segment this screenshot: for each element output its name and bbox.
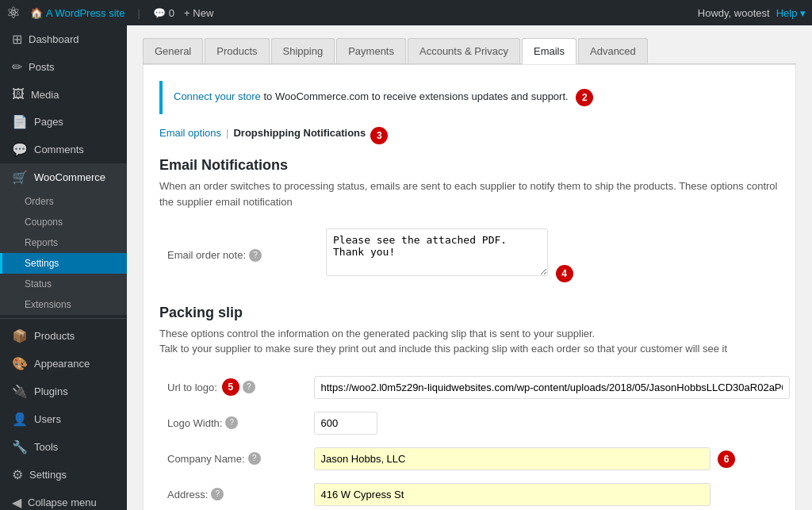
sidebar-item-extensions[interactable]: Extensions (0, 294, 127, 315)
sidebar-item-label: Collapse menu (28, 497, 97, 508)
sub-nav-email-options[interactable]: Email options (159, 127, 221, 144)
sidebar-item-label: Products (34, 330, 75, 342)
wp-layout: ⊞ Dashboard ✏ Posts 🖼 Media 📄 Pages 💬 Co… (0, 25, 812, 510)
new-content-button[interactable]: + New (184, 7, 213, 19)
sidebar-item-label: Pages (34, 116, 63, 128)
woo-submenu: Orders Coupons Reports Settings Status E… (0, 191, 127, 315)
sidebar-item-label: Tools (34, 441, 58, 453)
email-order-note-label: Email order note: ? (159, 222, 318, 289)
connect-notice: Connect your store to WooCommerce.com to… (159, 81, 779, 114)
woocommerce-icon: 🛒 (12, 170, 28, 185)
sidebar-item-label: Dashboard (29, 33, 79, 45)
company-name-tip[interactable]: ? (248, 452, 261, 465)
wp-logo-icon: ⚛ (6, 3, 21, 22)
sidebar-item-label: Users (34, 413, 61, 425)
url-to-logo-tip[interactable]: ? (243, 381, 255, 393)
sidebar-item-label: Settings (29, 469, 67, 481)
sidebar-item-status[interactable]: Status (0, 274, 127, 294)
sidebar-item-products[interactable]: 📦 Products (0, 322, 127, 350)
email-order-note-input[interactable]: Please see the attached PDF. Thank you! (326, 228, 548, 276)
help-button[interactable]: Help ▾ (776, 7, 806, 19)
status-label: Status (25, 278, 52, 290)
sidebar-item-comments[interactable]: 💬 Comments (0, 136, 127, 163)
connect-link[interactable]: Connect your store (174, 90, 261, 102)
sidebar-item-label: Comments (34, 144, 84, 155)
media-icon: 🖼 (12, 87, 25, 102)
badge-6: 6 (718, 451, 735, 468)
sidebar-item-tools[interactable]: 🔧 Tools (0, 433, 127, 461)
sidebar: ⊞ Dashboard ✏ Posts 🖼 Media 📄 Pages 💬 Co… (0, 25, 127, 510)
email-notifications-title: Email Notifications (159, 157, 779, 174)
sub-nav-badge: 3 (370, 127, 388, 144)
plugins-icon: 🔌 (12, 384, 28, 399)
tab-accounts-privacy[interactable]: Accounts & Privacy (408, 38, 520, 63)
url-to-logo-input[interactable] (314, 376, 790, 399)
logo-width-input[interactable] (314, 412, 377, 435)
settings-panel: Connect your store to WooCommerce.com to… (143, 64, 796, 510)
email-order-note-tip[interactable]: ? (249, 249, 262, 262)
sidebar-item-reports[interactable]: Reports (0, 232, 127, 253)
admin-bar-right: Howdy, wootest Help ▾ (698, 7, 806, 19)
orders-label: Orders (25, 196, 54, 207)
company-name-input[interactable] (314, 447, 710, 470)
products-icon: 📦 (12, 328, 28, 343)
tab-advanced[interactable]: Advanced (578, 38, 648, 63)
tab-emails[interactable]: Emails (522, 38, 576, 64)
tools-icon: 🔧 (12, 439, 28, 454)
address-input[interactable] (314, 483, 710, 506)
sidebar-item-appearance[interactable]: 🎨 Appearance (0, 350, 127, 378)
notice-text: to WooCommerce.com to receive extensions… (263, 90, 568, 102)
url-to-logo-label: Url to logo: 5 ? (159, 370, 306, 405)
sidebar-item-users[interactable]: 👤 Users (0, 405, 127, 433)
settings-tabs: General Products Shipping Payments Accou… (143, 38, 796, 64)
comment-count[interactable]: 💬 0 (153, 7, 174, 19)
sidebar-item-pages[interactable]: 📄 Pages (0, 108, 127, 136)
sidebar-item-coupons[interactable]: Coupons (0, 212, 127, 232)
site-name[interactable]: 🏠 A WordPress site (30, 7, 124, 19)
reports-label: Reports (25, 237, 58, 248)
url-to-logo-row: Url to logo: 5 ? (159, 370, 798, 405)
logo-width-label: Logo Width: ? (159, 405, 306, 441)
email-notifications-desc: When an order switches to processing sta… (159, 178, 779, 209)
tab-shipping[interactable]: Shipping (271, 38, 335, 63)
main-content: General Products Shipping Payments Accou… (127, 25, 812, 510)
sub-nav: Email options | Dropshipping Notificatio… (159, 127, 779, 144)
sidebar-item-plugins[interactable]: 🔌 Plugins (0, 378, 127, 405)
users-icon: 👤 (12, 412, 28, 427)
sidebar-item-posts[interactable]: ✏ Posts (0, 53, 127, 81)
sidebar-item-dashboard[interactable]: ⊞ Dashboard (0, 25, 127, 53)
tab-products[interactable]: Products (205, 38, 269, 63)
appearance-icon: 🎨 (12, 356, 28, 371)
sidebar-item-orders[interactable]: Orders (0, 191, 127, 212)
email-form-table: Email order note: ? Please see the attac… (159, 222, 779, 289)
badge-5: 5 (222, 378, 239, 396)
sidebar-item-woocommerce[interactable]: 🛒 WooCommerce (0, 163, 127, 191)
email-badge-4: 4 (556, 265, 573, 282)
pages-icon: 📄 (12, 114, 28, 129)
sidebar-item-media[interactable]: 🖼 Media (0, 81, 127, 108)
company-name-label: Company Name: ? (159, 441, 306, 477)
sidebar-divider (0, 318, 127, 319)
tab-general[interactable]: General (143, 38, 203, 63)
settings-label: Settings (25, 258, 59, 269)
company-name-row: Company Name: ? 6 (159, 441, 798, 477)
sidebar-item-settings2[interactable]: ⚙ Settings (0, 461, 127, 489)
sidebar-bottom-menu: 📦 Products 🎨 Appearance 🔌 Plugins 👤 User… (0, 322, 127, 510)
sidebar-item-label: Media (31, 89, 59, 101)
logo-width-row: Logo Width: ? (159, 405, 798, 441)
dashboard-icon: ⊞ (12, 32, 22, 47)
comments-icon: 💬 (12, 142, 28, 157)
sidebar-item-label: Posts (29, 61, 55, 73)
address-row: Address: ? (159, 477, 798, 510)
sub-nav-dropshipping[interactable]: Dropshipping Notifications (233, 127, 366, 144)
sidebar-item-label: WooCommerce (34, 171, 105, 183)
address-tip[interactable]: ? (211, 488, 224, 500)
sidebar-item-settings[interactable]: Settings (0, 253, 127, 274)
logo-width-tip[interactable]: ? (225, 416, 238, 429)
email-order-note-row: Email order note: ? Please see the attac… (159, 222, 779, 289)
sidebar-item-collapse[interactable]: ◀ Collapse menu (0, 489, 127, 510)
packing-slip-desc: These options control the information on… (159, 326, 779, 357)
packing-slip-title: Packing slip (159, 305, 779, 321)
tab-payments[interactable]: Payments (336, 38, 406, 63)
admin-bar: ⚛ 🏠 A WordPress site | 💬 0 + New Howdy, … (0, 0, 812, 25)
